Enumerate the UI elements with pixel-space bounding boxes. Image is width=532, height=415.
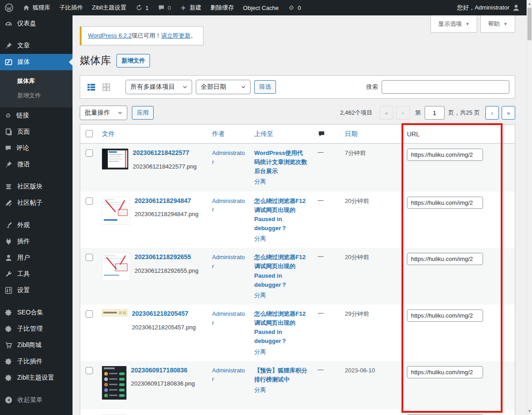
adminbar-clear-cache[interactable]: 删除缓存 — [206, 0, 238, 15]
detach-link[interactable]: 分离 — [254, 235, 266, 243]
scrollbar-thumb[interactable] — [527, 8, 532, 40]
media-thumbnail-annotated-page2[interactable] — [102, 253, 130, 281]
next-page-button[interactable]: › — [485, 106, 499, 120]
scroll-down-arrow[interactable]: ▼ — [527, 409, 532, 413]
uploaded-to-post-link[interactable]: 【预告】狐狸库积分排行榜测试中 — [254, 366, 309, 384]
sidebar-item-weiyu[interactable]: 微语 — [0, 156, 73, 173]
author-link[interactable]: Administrator — [212, 367, 245, 383]
url-copy-field[interactable] — [407, 197, 483, 209]
sidebar-item-users[interactable]: 用户 — [0, 250, 73, 266]
adminbar-new-content[interactable]: 新建 — [175, 0, 206, 15]
uploaded-to-post-link[interactable]: WordPress使用代码统计文章浏览次数后台展示 — [254, 149, 309, 176]
column-header-date[interactable]: 日期 — [345, 130, 358, 137]
adminbar-link-count[interactable]: 0 — [283, 0, 305, 15]
scrollbar[interactable]: ▲ ▼ — [527, 0, 532, 415]
list-view-button[interactable] — [86, 82, 97, 93]
media-title-link[interactable]: 2023061218294847 — [135, 197, 198, 206]
submenu-item-media-library[interactable]: 媒体库 — [0, 74, 73, 88]
upload-date: 29分钟前 — [340, 304, 402, 361]
url-copy-field[interactable] — [407, 253, 483, 265]
media-thumbnail-dark-admin[interactable] — [102, 149, 128, 170]
media-thumbnail-dark-leaderboard[interactable] — [102, 366, 126, 400]
url-copy-field[interactable] — [407, 149, 483, 161]
uploaded-to-post-link[interactable]: 怎么绕过浏览器F12调试网页出现的Paused in debugger？ — [254, 309, 309, 346]
column-header-uploaded-to[interactable]: 上传至 — [254, 130, 273, 137]
author-link[interactable]: Administrator — [212, 254, 245, 270]
row-checkbox[interactable] — [86, 367, 93, 374]
greeting-text: 您好，Administrator — [457, 4, 509, 12]
url-copy-field[interactable] — [407, 366, 483, 378]
adminbar-object-cache[interactable]: Object Cache — [238, 0, 283, 15]
sidebar-item-collapse-menu[interactable]: 收起菜单 — [0, 392, 73, 408]
uploaded-to-post-link[interactable]: 怎么绕过浏览器F12调试网页出现的Paused in debugger？ — [254, 197, 309, 233]
media-thumbnail-annotated-page[interactable] — [102, 197, 130, 225]
row-checkbox[interactable] — [86, 254, 93, 261]
sidebar-item-zibi-manage[interactable]: 子比管理 — [0, 321, 73, 337]
sidebar-item-zibll-theme-settings[interactable]: Zibll主题设置 — [0, 370, 73, 386]
wrench-icon — [5, 270, 13, 278]
filter-button[interactable]: 筛选 — [254, 80, 276, 94]
row-checkbox[interactable] — [86, 198, 93, 205]
sidebar-item-dashboard[interactable]: 仪表盘 — [0, 15, 73, 32]
media-title-link[interactable]: 2023061218205457 — [132, 309, 196, 318]
account-menu[interactable]: 您好，Administrator — [450, 0, 527, 15]
adminbar-wordpress-logo[interactable] — [0, 0, 18, 15]
sidebar-item-settings[interactable]: 设置 — [0, 282, 73, 299]
adminbar-zibi-plugin[interactable]: 子比插件 — [55, 0, 87, 15]
sidebar-item-comments[interactable]: 评论 — [0, 140, 73, 156]
sidebar-item-plugins[interactable]: 插件 — [0, 233, 73, 250]
adminbar-updates[interactable]: 1 — [131, 0, 153, 15]
submenu-item-media-add-new[interactable]: 新增文件 — [0, 88, 73, 103]
current-page-input[interactable] — [425, 106, 445, 120]
help-button[interactable]: 帮助 ▼ — [480, 15, 515, 33]
column-header-author[interactable]: 作者 — [212, 130, 225, 137]
sidebar-item-forum-sections[interactable]: 社区版块 — [0, 179, 73, 195]
sidebar-item-zibi-plugins[interactable]: 子比插件 — [0, 353, 73, 370]
grid-view-button[interactable] — [101, 82, 112, 93]
screen-options-button[interactable]: 显示选项 ▼ — [430, 15, 477, 33]
sidebar-item-seo-suite[interactable]: SEO合集 — [0, 304, 73, 321]
media-type-value: 所有多媒体项目 — [131, 83, 175, 91]
sidebar-item-media[interactable]: 媒体 — [0, 54, 73, 70]
media-title-link[interactable]: 2023061218292655 — [135, 253, 198, 262]
media-thumbnail-tooltip-bar[interactable] — [102, 309, 127, 331]
author-link[interactable]: Administrator — [212, 310, 245, 326]
apply-button[interactable]: 应用 — [132, 106, 154, 120]
date-filter-select[interactable]: 全部日期 — [196, 80, 251, 94]
bulk-actions-select[interactable]: 批量操作 — [80, 106, 127, 120]
row-checkbox[interactable] — [86, 310, 93, 318]
row-checkbox[interactable] — [86, 150, 93, 157]
uploaded-to-post-link[interactable]: 怎么绕过浏览器F12调试网页出现的Paused in debugger？ — [254, 253, 309, 290]
chevron-down-icon — [117, 110, 123, 116]
select-all-checkbox[interactable] — [86, 130, 93, 137]
author-link[interactable]: Administrator — [212, 150, 245, 165]
adminbar-site-name[interactable]: 狐狸库 — [18, 0, 55, 15]
detach-link[interactable]: 分离 — [254, 178, 266, 186]
prev-page-button[interactable]: ‹ — [396, 106, 410, 120]
media-title-link[interactable]: 2023061218422577 — [133, 149, 197, 158]
sidebar-item-appearance[interactable]: 外观 — [0, 217, 73, 233]
detach-link[interactable]: 分离 — [254, 291, 266, 299]
media-type-select[interactable]: 所有多媒体项目 — [126, 80, 192, 94]
sidebar-item-zibll-shop[interactable]: Zibll商城 — [0, 337, 73, 353]
wordpress-version-link[interactable]: WordPress 6.2.2 — [88, 32, 132, 39]
media-title-link[interactable]: 2023060917180836 — [131, 366, 195, 375]
update-now-link[interactable]: 请立即更新 — [161, 32, 191, 39]
sidebar-item-pages[interactable]: 页面 — [0, 124, 73, 140]
detach-link[interactable]: 分离 — [254, 386, 266, 394]
author-link[interactable]: Administrator — [212, 198, 245, 213]
adminbar-zibll-theme-settings[interactable]: Zibll主题设置 — [87, 0, 131, 15]
sidebar-item-links[interactable]: 链接 — [0, 107, 73, 124]
sidebar-item-forum-posts[interactable]: 社区帖子 — [0, 195, 73, 211]
url-copy-field[interactable] — [407, 309, 483, 322]
add-new-file-button[interactable]: 新增文件 — [116, 54, 150, 68]
sidebar-item-posts[interactable]: 文章 — [0, 38, 73, 54]
adminbar-comments[interactable]: 0 — [153, 0, 175, 15]
detach-link[interactable]: 分离 — [254, 348, 266, 356]
column-header-file[interactable]: 文件 — [102, 130, 115, 137]
last-page-button[interactable]: » — [502, 106, 515, 120]
search-input[interactable] — [382, 80, 509, 94]
first-page-button[interactable]: « — [380, 106, 393, 120]
sidebar-item-tools[interactable]: 工具 — [0, 266, 73, 282]
scroll-up-arrow[interactable]: ▲ — [527, 2, 532, 6]
